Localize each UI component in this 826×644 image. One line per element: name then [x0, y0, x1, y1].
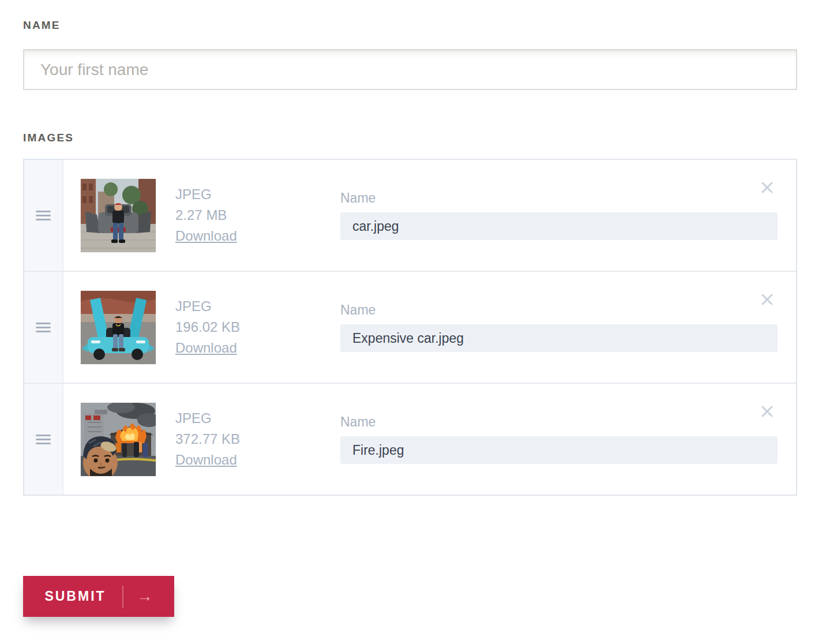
image-row-body: JPEG 196.02 KB Download Name	[63, 272, 796, 383]
thumbnail-image	[81, 403, 156, 476]
images-section-label: IMAGES	[23, 132, 797, 144]
close-icon	[760, 405, 774, 418]
file-size: 196.02 KB	[175, 317, 240, 338]
download-link[interactable]: Download	[175, 228, 237, 244]
image-name-field: Name	[340, 302, 778, 352]
image-name-label: Name	[340, 414, 778, 430]
image-row: JPEG 372.77 KB Download Name	[24, 384, 796, 495]
download-link[interactable]: Download	[175, 452, 237, 467]
drag-handle-icon	[36, 211, 51, 220]
drag-handle[interactable]	[24, 160, 63, 271]
name-section-label: NAME	[23, 19, 797, 32]
drag-handle[interactable]	[24, 272, 63, 383]
file-format: JPEG	[175, 408, 240, 429]
images-list: JPEG 2.27 MB Download Name	[23, 159, 797, 496]
image-name-field: Name	[340, 414, 778, 464]
submit-button[interactable]: SUBMIT →	[23, 576, 174, 617]
image-row-body: JPEG 372.77 KB Download Name	[63, 384, 796, 495]
remove-image-button[interactable]	[760, 405, 774, 418]
image-name-label: Name	[340, 302, 778, 318]
drag-handle-icon	[36, 323, 51, 332]
image-name-field: Name	[340, 190, 778, 240]
file-format: JPEG	[175, 296, 240, 317]
close-icon	[760, 181, 774, 194]
image-name-input[interactable]	[340, 436, 778, 464]
image-row: JPEG 2.27 MB Download Name	[24, 160, 796, 272]
drag-handle[interactable]	[24, 384, 63, 495]
file-size: 372.77 KB	[175, 429, 240, 450]
download-link[interactable]: Download	[175, 340, 237, 355]
submit-label: SUBMIT	[44, 589, 106, 604]
file-meta: JPEG 196.02 KB Download	[175, 296, 240, 358]
arrow-right-icon: →	[137, 589, 153, 604]
remove-image-button[interactable]	[760, 293, 774, 306]
image-name-input[interactable]	[340, 324, 778, 352]
file-meta: JPEG 372.77 KB Download	[175, 408, 240, 470]
thumbnail-image	[81, 291, 156, 364]
remove-image-button[interactable]	[760, 181, 774, 194]
image-row: JPEG 196.02 KB Download Name	[24, 272, 796, 384]
file-format: JPEG	[175, 184, 237, 205]
image-row-body: JPEG 2.27 MB Download Name	[63, 160, 796, 271]
form-page: NAME IMAGES	[0, 0, 826, 644]
image-name-label: Name	[340, 190, 778, 206]
file-meta: JPEG 2.27 MB Download	[175, 184, 237, 246]
thumbnail-image	[81, 179, 156, 252]
file-size: 2.27 MB	[175, 205, 237, 226]
submit-divider	[122, 586, 123, 608]
first-name-input[interactable]	[23, 49, 797, 90]
close-icon	[760, 293, 774, 306]
image-name-input[interactable]	[340, 212, 778, 240]
drag-handle-icon	[36, 435, 51, 444]
